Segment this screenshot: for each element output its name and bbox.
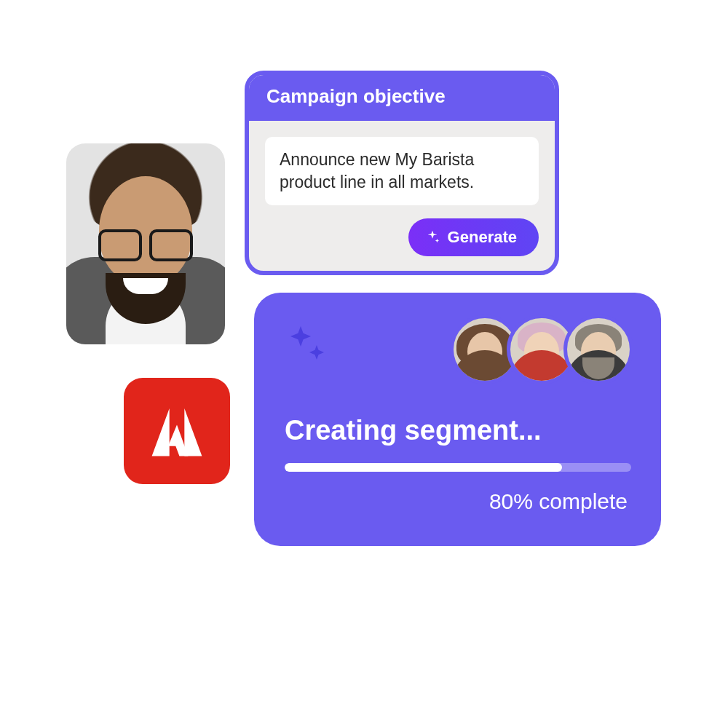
progress-title: Creating segment... [285,415,542,446]
campaign-objective-card: Campaign objective Announce new My Baris… [245,71,559,275]
sparkle-icon [424,229,440,245]
campaign-card-title: Campaign objective [249,75,555,121]
progress-bar [285,463,631,472]
generate-button[interactable]: Generate [408,218,539,256]
segment-progress-card: Creating segment... 80% complete [254,293,661,546]
progress-percent-label: 80% complete [489,489,628,514]
generate-button-label: Generate [448,228,517,247]
adobe-logo-tile [124,378,230,484]
campaign-objective-input[interactable]: Announce new My Barista product line in … [265,137,539,205]
adobe-logo-icon [146,400,208,462]
progress-bar-fill [285,463,562,472]
sparkle-icon [285,323,328,367]
avatar [563,314,633,384]
user-portrait [66,143,225,344]
avatar-group [450,314,633,384]
